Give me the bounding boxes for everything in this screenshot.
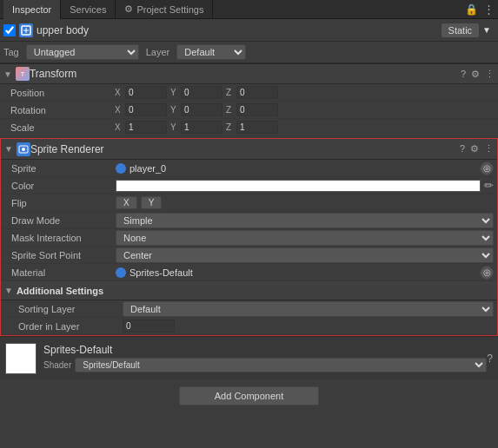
- scale-row: Scale X Y Z: [0, 119, 498, 136]
- draw-mode-label: Draw Mode: [11, 215, 116, 226]
- shader-label: Shader: [43, 360, 71, 370]
- transform-settings-icon[interactable]: ⚙: [471, 69, 480, 80]
- tab-services[interactable]: Services: [61, 0, 116, 19]
- color-swatch[interactable]: [116, 180, 481, 192]
- pos-z-label: Z: [226, 88, 235, 97]
- sorting-layer-row: Sorting Layer Default: [1, 300, 497, 318]
- rot-y-input[interactable]: [181, 103, 222, 116]
- inspector-tab-label: Inspector: [12, 4, 51, 15]
- mask-interaction-select[interactable]: None: [116, 230, 494, 246]
- sprite-renderer-settings-icon[interactable]: ⚙: [470, 143, 479, 155]
- gear-icon: ⚙: [124, 3, 133, 15]
- sorting-layer-label: Sorting Layer: [18, 304, 123, 314]
- lock-icon[interactable]: 🔒: [465, 3, 478, 16]
- color-label: Color: [11, 181, 116, 191]
- asset-info: Sprites-Default Shader Sprites/Default: [43, 344, 487, 372]
- rot-z-label: Z: [226, 105, 235, 115]
- layer-label: Layer: [146, 47, 170, 57]
- additional-settings-header: ▼ Additional Settings: [1, 281, 497, 300]
- scl-z-input[interactable]: [236, 121, 278, 134]
- material-row: Material Sprites-Default ◎: [1, 264, 497, 281]
- object-header: upper body Static ▼: [0, 19, 498, 42]
- rot-y-label: Y: [170, 105, 179, 115]
- rot-x-input[interactable]: [125, 103, 167, 116]
- transform-help-icon[interactable]: ?: [461, 69, 466, 80]
- pos-y-input[interactable]: [181, 86, 222, 99]
- mask-interaction-row: Mask Interaction None: [1, 229, 497, 247]
- sprite-select-button[interactable]: ◎: [480, 161, 494, 175]
- order-in-layer-input[interactable]: [123, 320, 175, 333]
- asset-thumbnail: [5, 343, 37, 374]
- flip-x-button[interactable]: X: [116, 196, 137, 209]
- sprite-value-name: player_0: [129, 163, 166, 174]
- material-label: Material: [11, 267, 116, 278]
- sprite-sort-label: Sprite Sort Point: [11, 250, 116, 260]
- sprite-sort-row: Sprite Sort Point Center: [1, 247, 497, 264]
- order-in-layer-label: Order in Layer: [18, 321, 123, 332]
- tab-bar: Inspector Services ⚙ Project Settings 🔒 …: [0, 0, 498, 19]
- pos-x-input[interactable]: [125, 86, 167, 99]
- scl-y-label: Y: [170, 122, 179, 132]
- inspector-panel: upper body Static ▼ Tag Untagged Layer D…: [0, 19, 498, 448]
- scl-x-input[interactable]: [125, 121, 167, 134]
- sprite-renderer-menu-icon[interactable]: ⋮: [484, 143, 494, 155]
- add-component-row: Add Component: [0, 379, 498, 412]
- material-icon: [116, 267, 126, 278]
- static-button[interactable]: Static: [442, 23, 480, 37]
- sprite-sort-select[interactable]: Center: [116, 247, 494, 263]
- asset-footer: Sprites-Default Shader Sprites/Default ?: [0, 336, 498, 379]
- pos-y-label: Y: [170, 88, 179, 97]
- scl-x-label: X: [115, 122, 123, 132]
- pos-z-input[interactable]: [236, 86, 278, 99]
- add-component-button[interactable]: Add Component: [179, 386, 320, 405]
- draw-mode-select[interactable]: Simple: [116, 213, 494, 228]
- object-active-checkbox[interactable]: [3, 24, 16, 36]
- transform-icon: T: [16, 67, 30, 81]
- tab-project-settings[interactable]: ⚙ Project Settings: [116, 0, 213, 19]
- mask-interaction-label: Mask Interaction: [11, 233, 116, 243]
- eyedropper-icon[interactable]: ✏: [484, 179, 494, 192]
- additional-settings-arrow[interactable]: ▼: [4, 286, 13, 295]
- position-row: Position X Y Z: [0, 84, 498, 102]
- sprite-label: Sprite: [11, 163, 116, 174]
- position-label: Position: [10, 88, 115, 98]
- order-in-layer-row: Order in Layer: [1, 318, 497, 335]
- sprite-renderer-container: ▼ Sprite Renderer ? ⚙ ⋮ Sprite player_0 …: [0, 138, 498, 336]
- rotation-label: Rotation: [10, 105, 115, 115]
- transform-arrow[interactable]: ▼: [3, 69, 12, 79]
- flip-y-button[interactable]: Y: [141, 196, 163, 209]
- tag-label: Tag: [3, 47, 19, 57]
- svg-point-4: [22, 148, 25, 151]
- rot-x-label: X: [115, 105, 123, 115]
- transform-menu-icon[interactable]: ⋮: [485, 69, 495, 80]
- sprite-value-icon: [116, 163, 126, 174]
- tag-dropdown[interactable]: Untagged: [26, 44, 139, 60]
- scale-label: Scale: [10, 122, 115, 133]
- sprite-renderer-icon: [17, 142, 30, 156]
- scl-y-input[interactable]: [181, 121, 222, 134]
- services-tab-label: Services: [70, 4, 106, 15]
- shader-select[interactable]: Sprites/Default: [75, 358, 487, 372]
- tab-inspector[interactable]: Inspector: [3, 0, 61, 19]
- rot-z-input[interactable]: [236, 103, 278, 116]
- layer-dropdown[interactable]: Default: [176, 44, 246, 60]
- draw-mode-row: Draw Mode Simple: [1, 212, 497, 229]
- tab-menu-icon[interactable]: ⋮: [483, 3, 495, 16]
- flip-label: Flip: [11, 198, 116, 208]
- color-row: Color ✏: [1, 177, 497, 194]
- rotation-row: Rotation X Y Z: [0, 102, 498, 119]
- flip-row: Flip X Y: [1, 194, 497, 212]
- static-dropdown-arrow[interactable]: ▼: [479, 25, 495, 35]
- transform-component-header: ▼ T Transform ? ⚙ ⋮: [0, 63, 498, 84]
- project-settings-tab-label: Project Settings: [136, 4, 203, 15]
- sprite-row: Sprite player_0 ◎: [1, 160, 497, 177]
- pos-x-label: X: [115, 88, 123, 97]
- object-type-icon: [19, 23, 33, 37]
- material-select-button[interactable]: ◎: [480, 266, 494, 280]
- asset-help-icon[interactable]: ?: [487, 352, 493, 365]
- sorting-layer-select[interactable]: Default: [123, 301, 494, 317]
- sprite-renderer-arrow[interactable]: ▼: [4, 144, 13, 154]
- material-name: Sprites-Default: [129, 267, 193, 278]
- sprite-renderer-help-icon[interactable]: ?: [460, 143, 465, 155]
- sprite-renderer-header: ▼ Sprite Renderer ? ⚙ ⋮: [1, 139, 497, 160]
